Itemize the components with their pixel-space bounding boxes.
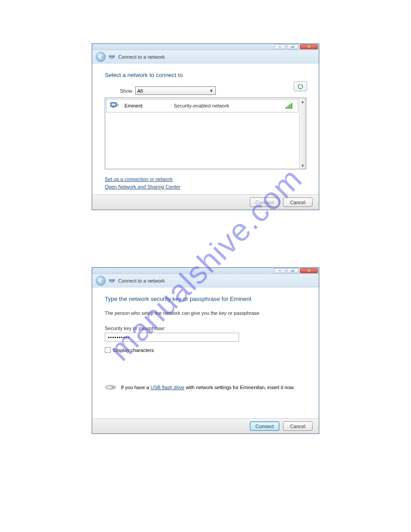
minimize-button[interactable]: ─: [274, 268, 286, 273]
scrollbar[interactable]: ▲ ▼: [299, 98, 306, 169]
usb-hint-text: If you have a USB flash drive with netwo…: [121, 385, 295, 390]
network-icon: [108, 53, 116, 60]
svg-rect-7: [289, 104, 291, 109]
passphrase-label: Security key or passphrase:: [105, 326, 306, 331]
connect-button[interactable]: Connect: [250, 197, 279, 207]
svg-rect-3: [111, 103, 116, 106]
back-arrow-icon: [98, 278, 103, 283]
svg-rect-10: [112, 279, 115, 281]
dropdown-value: All: [137, 88, 143, 94]
button-bar: Connect Cancel: [92, 418, 319, 433]
header-bar: Connect to a network: [92, 50, 319, 64]
window-title: Connect to a network: [118, 278, 165, 283]
svg-rect-5: [286, 107, 287, 109]
close-button[interactable]: ✕: [300, 268, 318, 273]
signal-strength-icon: [285, 102, 294, 109]
svg-rect-13: [112, 386, 114, 388]
titlebar: ─ ▭ ✕: [92, 44, 319, 50]
back-button[interactable]: [96, 52, 106, 62]
display-chars-label: Display characters: [113, 348, 154, 353]
svg-rect-9: [109, 279, 111, 281]
network-list: Eminent Security-enabled network ▲ ▼: [105, 98, 306, 169]
filter-row: Show All ▼: [120, 86, 306, 95]
network-item-eminent[interactable]: Eminent Security-enabled network: [106, 99, 298, 112]
svg-rect-12: [107, 386, 112, 389]
chevron-down-icon: ▼: [210, 89, 214, 93]
link-group: Set up a connection or network Open Netw…: [105, 176, 306, 190]
window-select-network: ─ ▭ ✕ Connect to a network Select a netw…: [92, 43, 319, 210]
setup-connection-link[interactable]: Set up a connection or network: [105, 176, 306, 183]
network-icon: [108, 277, 116, 284]
svg-rect-1: [112, 56, 115, 57]
network-center-link[interactable]: Open Network and Sharing Center: [105, 183, 306, 191]
page-heading: Select a network to connect to: [105, 72, 306, 78]
page-heading: Type the network security key or passphr…: [105, 296, 306, 302]
show-dropdown[interactable]: All ▼: [135, 86, 216, 95]
content-area: Select a network to connect to Show All …: [92, 64, 319, 194]
svg-rect-6: [287, 106, 289, 109]
scroll-up-button[interactable]: ▲: [300, 98, 306, 105]
usb-hint-row: If you have a USB flash drive with netwo…: [105, 384, 306, 390]
connect-button[interactable]: Connect: [250, 421, 279, 431]
instruction-text: The person who setup the network can giv…: [105, 310, 306, 316]
maximize-button[interactable]: ▭: [287, 44, 299, 49]
display-chars-checkbox[interactable]: [105, 347, 111, 353]
scroll-down-button[interactable]: ▼: [300, 162, 306, 169]
close-button[interactable]: ✕: [300, 44, 318, 49]
svg-rect-0: [109, 56, 111, 57]
show-label: Show: [120, 88, 133, 94]
cancel-button[interactable]: Cancel: [283, 197, 313, 207]
computer-icon: [110, 102, 120, 110]
svg-rect-8: [291, 103, 292, 109]
usb-flash-drive-link[interactable]: USB flash drive: [150, 385, 184, 390]
refresh-icon: [297, 83, 304, 90]
network-name: Eminent: [124, 103, 169, 108]
maximize-button[interactable]: ▭: [287, 268, 299, 273]
cancel-button[interactable]: Cancel: [283, 421, 313, 431]
svg-rect-4: [112, 107, 115, 108]
passphrase-input[interactable]: ••••••••••: [105, 333, 239, 342]
network-description: Security-enabled network: [174, 103, 281, 108]
display-chars-row: Display characters: [105, 347, 306, 353]
content-area: Type the network security key or passphr…: [92, 287, 319, 418]
header-bar: Connect to a network: [92, 274, 319, 287]
button-bar: Connect Cancel: [92, 194, 319, 210]
minimize-button[interactable]: ─: [274, 44, 286, 49]
window-title: Connect to a network: [118, 54, 165, 60]
usb-drive-icon: [105, 384, 116, 390]
titlebar: ─ ▭ ✕: [92, 268, 319, 274]
refresh-button[interactable]: [294, 82, 307, 91]
back-arrow-icon: [98, 54, 103, 60]
window-enter-passphrase: ─ ▭ ✕ Connect to a network Type the netw…: [92, 267, 319, 434]
back-button[interactable]: [96, 276, 106, 286]
